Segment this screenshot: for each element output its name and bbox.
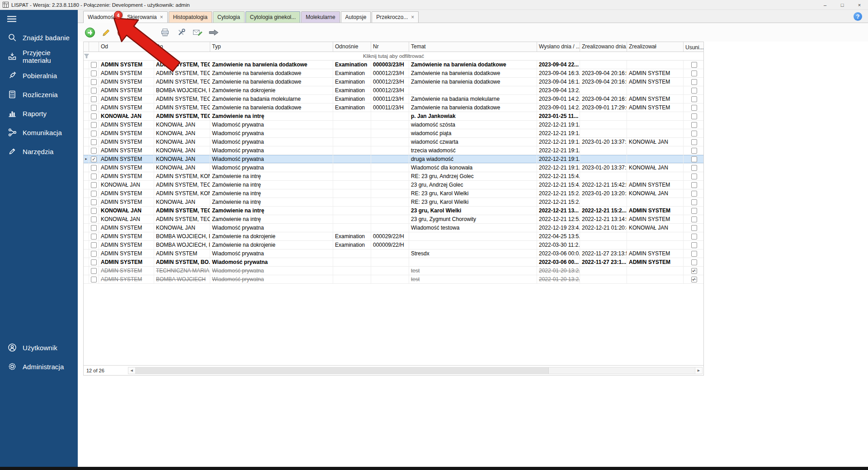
row-deleted-checkbox[interactable]: [691, 113, 697, 119]
row-deleted-checkbox[interactable]: [691, 242, 697, 248]
table-row[interactable]: ADMIN SYSTEMKONOWAŁ JANWiadomość prywatn…: [84, 146, 703, 155]
row-deleted-checkbox[interactable]: [691, 131, 697, 136]
row-deleted-checkbox[interactable]: [691, 96, 697, 102]
table-row[interactable]: ADMIN SYSTEMADMIN SYSTEMWiadomość prywat…: [84, 249, 703, 258]
row-deleted-checkbox[interactable]: [691, 122, 697, 128]
help-icon[interactable]: ?: [854, 12, 862, 21]
row-deleted-checkbox[interactable]: [691, 105, 697, 111]
row-deleted-checkbox[interactable]: [691, 165, 697, 171]
row-select-checkbox[interactable]: [91, 148, 97, 154]
row-deleted-checkbox[interactable]: [691, 277, 697, 282]
row-select-checkbox[interactable]: [91, 70, 97, 76]
column-header-usunieta[interactable]: Usuni...: [684, 42, 704, 52]
edit-button[interactable]: [99, 26, 113, 39]
row-deleted-checkbox[interactable]: [691, 70, 697, 76]
row-select-checkbox[interactable]: [91, 62, 97, 68]
minimize-icon[interactable]: –: [816, 0, 834, 10]
hamburger-menu-icon[interactable]: [0, 10, 78, 28]
row-deleted-checkbox[interactable]: [691, 234, 697, 240]
column-header-zrealizowano[interactable]: Zrealizowano dnia...: [580, 42, 627, 52]
row-select-checkbox[interactable]: [91, 225, 97, 231]
row-select-checkbox[interactable]: [91, 268, 97, 274]
sidebar-item-administracja[interactable]: Administracja: [0, 357, 78, 376]
row-deleted-checkbox[interactable]: [691, 148, 697, 154]
column-header-od[interactable]: Od: [99, 42, 154, 52]
tab-close-icon[interactable]: ×: [160, 14, 163, 20]
sidebar-item-znajdz-badanie[interactable]: Znajdź badanie: [0, 28, 78, 47]
tab-close-icon[interactable]: ×: [411, 14, 414, 20]
row-deleted-checkbox[interactable]: [691, 268, 697, 274]
row-select-checkbox[interactable]: [91, 139, 97, 145]
table-row[interactable]: ADMIN SYSTEMADMIN SYSTEM, KON...Zamówien…: [84, 172, 703, 181]
column-header-nr[interactable]: Nr: [371, 42, 409, 52]
mail-edit-button[interactable]: [191, 26, 204, 39]
row-deleted-checkbox[interactable]: [691, 182, 697, 188]
tab-cytologia-ginekologiczna[interactable]: Cytologia ginekol...: [245, 11, 300, 23]
column-header-zrealizowal[interactable]: Zrealizował: [627, 42, 684, 52]
row-deleted-checkbox[interactable]: [691, 79, 697, 85]
tab-histopatologia[interactable]: Histopatologia: [169, 11, 212, 23]
sidebar-item-komunikacja[interactable]: Komunikacja: [0, 123, 78, 142]
table-row[interactable]: ADMIN SYSTEMADMIN SYSTEM, TECH...Zamówie…: [84, 103, 703, 112]
row-deleted-checkbox[interactable]: [691, 251, 697, 257]
tools-button[interactable]: [175, 26, 188, 39]
forward-button[interactable]: [207, 26, 221, 39]
table-row[interactable]: ADMIN SYSTEMKONOWAŁ JANWiadomość prywatn…: [84, 129, 703, 138]
row-deleted-checkbox[interactable]: [691, 259, 697, 265]
column-header-wyslano[interactable]: Wysłano dnia / ...: [537, 42, 580, 52]
row-select-checkbox[interactable]: [91, 96, 97, 102]
row-select-checkbox[interactable]: [91, 156, 97, 162]
row-deleted-checkbox[interactable]: [691, 139, 697, 145]
table-row[interactable]: ADMIN SYSTEMADMIN SYSTEM, TECH...Zamówie…: [84, 95, 703, 103]
table-row[interactable]: KONOWAŁ JANADMIN SYSTEM, TEC...Zamówieni…: [84, 207, 703, 215]
row-select-checkbox[interactable]: [91, 191, 97, 197]
row-select-checkbox[interactable]: [91, 79, 97, 85]
row-select-checkbox[interactable]: [91, 208, 97, 214]
sidebar-item-raporty[interactable]: Raporty: [0, 104, 78, 123]
table-row[interactable]: ADMIN SYSTEMADMIN SYSTEM, TECH...Zamówie…: [84, 69, 703, 78]
table-row[interactable]: ADMIN SYSTEMKONOWAŁ JANWiadomość prywatn…: [84, 138, 703, 146]
print-button[interactable]: [158, 26, 172, 39]
row-select-checkbox[interactable]: [91, 242, 97, 248]
tab-molekularne[interactable]: Molekularne: [301, 11, 340, 23]
sidebar-item-rozliczenia[interactable]: Rozliczenia: [0, 85, 78, 104]
row-select-checkbox[interactable]: [91, 259, 97, 265]
add-button[interactable]: [83, 26, 97, 39]
sidebar-item-narzedzia[interactable]: Narzędzia: [0, 142, 78, 161]
sidebar-item-przyjecie-materialu[interactable]: Przyjęcie materiału: [0, 47, 78, 66]
scroll-left-icon[interactable]: ◀: [128, 367, 136, 374]
row-select-checkbox[interactable]: [91, 182, 97, 188]
tab-autopsje[interactable]: Autopsje: [341, 11, 371, 23]
sidebar-item-uzytkownik[interactable]: Użytkownik: [0, 338, 78, 357]
maximize-icon[interactable]: □: [834, 0, 851, 10]
table-row[interactable]: ADMIN SYSTEMBOMBA WOJCIECHWiadomość pryw…: [84, 275, 703, 284]
table-row[interactable]: ▸ADMIN SYSTEMKONOWAŁ JANWiadomość prywat…: [84, 155, 703, 164]
table-row[interactable]: ADMIN SYSTEMKONOWAŁ JANWiadomość prywatn…: [84, 121, 703, 129]
row-deleted-checkbox[interactable]: [691, 216, 697, 222]
row-deleted-checkbox[interactable]: [691, 199, 697, 205]
row-select-checkbox[interactable]: [91, 165, 97, 171]
tab-cytologia[interactable]: Cytologia: [213, 11, 245, 23]
table-row[interactable]: ADMIN SYSTEMADMIN SYSTEM, TECH...Zamówie…: [84, 78, 703, 86]
scrollbar-thumb[interactable]: [136, 367, 549, 374]
column-header-odnosnie[interactable]: Odnośnie: [333, 42, 371, 52]
row-deleted-checkbox[interactable]: [691, 225, 697, 231]
row-select-checkbox[interactable]: [91, 234, 97, 240]
table-row[interactable]: KONOWAŁ JANADMIN SYSTEM, TECH...Zamówien…: [84, 215, 703, 224]
table-row[interactable]: KONOWAŁ JANADMIN SYSTEM, TEC...Zamówieni…: [84, 112, 703, 121]
table-row[interactable]: ADMIN SYSTEMADMIN SYSTEM, TEC...Zamówien…: [84, 61, 703, 69]
row-select-checkbox[interactable]: [91, 199, 97, 205]
row-select-checkbox[interactable]: [91, 131, 97, 136]
column-header-temat[interactable]: Temat: [409, 42, 537, 52]
row-select-checkbox[interactable]: [91, 174, 97, 179]
table-row[interactable]: ADMIN SYSTEMBOMBA WOJCIECH, PL...Zamówie…: [84, 232, 703, 241]
horizontal-scrollbar[interactable]: ◀ ▶: [128, 367, 703, 374]
close-icon[interactable]: ×: [851, 0, 868, 10]
table-row[interactable]: ADMIN SYSTEMADMIN SYSTEM, BO...Wiadomość…: [84, 258, 703, 267]
tab-przekroczenia[interactable]: Przekroczo... ×: [372, 11, 419, 23]
column-header-do[interactable]: Do: [154, 42, 210, 52]
table-row[interactable]: ADMIN SYSTEMBOMBA WOJCIECH, PL...Zamówie…: [84, 241, 703, 249]
row-select-checkbox[interactable]: [91, 113, 97, 119]
tab-wiadomosci[interactable]: Wiadomości: [83, 11, 122, 23]
row-select-checkbox[interactable]: [91, 88, 97, 94]
